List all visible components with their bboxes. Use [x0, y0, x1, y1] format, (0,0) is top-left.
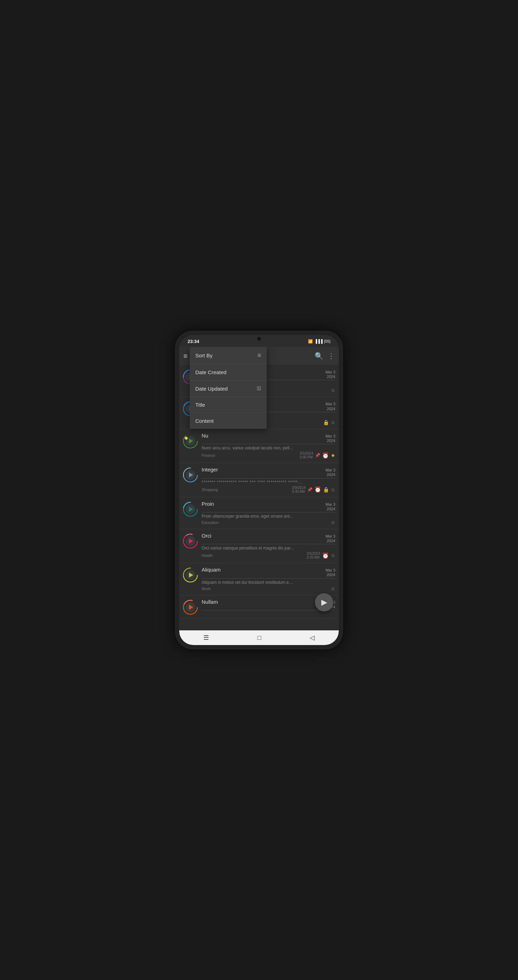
- sort-icon: ≡: [257, 352, 261, 359]
- fab-button[interactable]: ▶: [315, 593, 333, 611]
- dropdown-overlay[interactable]: Sort By ≡ Date Created Date Updated ✓⃝ T…: [179, 347, 339, 630]
- sort-dropdown: Sort By ≡ Date Created Date Updated ✓⃝ T…: [190, 347, 267, 429]
- sort-by-label: Sort By: [195, 352, 213, 358]
- status-time: 23:34: [187, 339, 199, 344]
- wifi-icon: 📶: [308, 339, 313, 344]
- nav-home-button[interactable]: □: [251, 632, 269, 644]
- sort-content-label: Content: [195, 418, 214, 424]
- sort-check-icon: ✓⃝: [257, 385, 261, 391]
- sort-item-title[interactable]: Title: [190, 397, 267, 413]
- battery-icon: [55]: [324, 339, 331, 344]
- sort-item-date-created[interactable]: Date Created: [190, 364, 267, 380]
- sort-date-created-label: Date Created: [195, 369, 226, 375]
- nav-back-button[interactable]: ◁: [303, 632, 322, 644]
- sort-header: Sort By ≡: [190, 347, 267, 364]
- status-icons: 📶 ▐▐▐ [55]: [308, 339, 331, 344]
- signal-icon: ▐▐▐: [314, 339, 323, 344]
- fab-icon: ▶: [321, 598, 327, 607]
- camera-notch: [257, 337, 261, 340]
- bottom-nav: ☰ □ ◁: [179, 630, 339, 645]
- phone-screen: 23:34 📶 ▐▐▐ [55] ≡ Notes ▲ 🔍 ⋮: [179, 335, 339, 645]
- sort-date-updated-label: Date Updated: [195, 386, 228, 391]
- app-area: ≡ Notes ▲ 🔍 ⋮: [179, 347, 339, 630]
- phone-frame: 23:34 📶 ▐▐▐ [55] ≡ Notes ▲ 🔍 ⋮: [175, 331, 343, 649]
- sort-item-content[interactable]: Content: [190, 413, 267, 429]
- sort-item-date-updated[interactable]: Date Updated ✓⃝: [190, 380, 267, 397]
- sort-title-label: Title: [195, 402, 205, 408]
- nav-menu-button[interactable]: ☰: [196, 632, 216, 644]
